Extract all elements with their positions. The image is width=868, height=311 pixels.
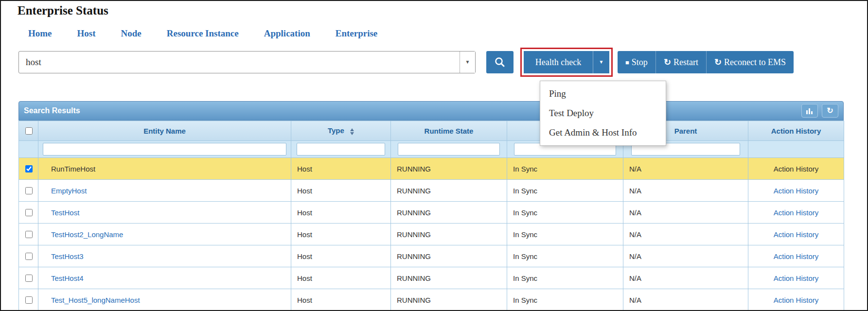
table-row[interactable]: Test_Host5_longNameHostHostRUNNINGIn Syn… bbox=[19, 289, 844, 311]
refresh-icon: ↻ bbox=[714, 58, 722, 67]
entity-name-cell: Test_Host5_longNameHost bbox=[38, 289, 291, 311]
entity-name-link[interactable]: RunTimeHost bbox=[51, 165, 95, 173]
select-all-checkbox[interactable] bbox=[25, 127, 33, 135]
action-history-link[interactable]: Action History bbox=[774, 187, 819, 195]
filter-type-input[interactable] bbox=[297, 143, 385, 156]
menu-item-ping[interactable]: Ping bbox=[540, 84, 666, 104]
table-row[interactable]: TestHost2_LongNameHostRUNNINGIn SyncN/AA… bbox=[19, 224, 844, 245]
action-history-link[interactable]: Action History bbox=[774, 165, 819, 173]
table-header-row: Entity Name Type Runtime State Sync Stat… bbox=[19, 121, 844, 141]
enterprise-status-page: Enterprise Status Home Host Node Resourc… bbox=[0, 0, 868, 311]
entity-name-cell: RunTimeHost bbox=[38, 158, 291, 180]
filter-row bbox=[19, 141, 844, 158]
restart-button[interactable]: ↻ Restart bbox=[655, 51, 706, 73]
entity-name-link[interactable]: TestHost2_LongName bbox=[51, 230, 123, 239]
stop-icon: ■ bbox=[625, 59, 629, 66]
entity-name-link[interactable]: TestHost bbox=[51, 208, 79, 217]
type-cell: Host bbox=[291, 224, 391, 245]
health-check-highlight-box: Health check ▼ bbox=[520, 48, 613, 77]
row-select-checkbox[interactable] bbox=[25, 253, 33, 260]
table-row[interactable]: TestHostHostRUNNINGIn SyncN/AAction Hist… bbox=[19, 202, 844, 224]
action-history-link[interactable]: Action History bbox=[774, 230, 819, 239]
row-select-checkbox[interactable] bbox=[25, 165, 33, 173]
parent-cell: N/A bbox=[623, 180, 748, 202]
runtime-state-cell: RUNNING bbox=[391, 245, 507, 267]
runtime-state-cell: RUNNING bbox=[391, 202, 507, 224]
nav-item-home[interactable]: Home bbox=[28, 28, 52, 39]
sort-icon[interactable] bbox=[350, 128, 354, 135]
action-history-cell: Action History bbox=[748, 202, 844, 224]
column-header-select bbox=[19, 121, 38, 141]
action-button-group: ■ Stop ↻ Restart ↻ Reconect to EMS bbox=[618, 51, 794, 73]
column-header-type[interactable]: Type bbox=[291, 121, 391, 141]
entity-name-link[interactable]: TestHost4 bbox=[51, 274, 84, 282]
runtime-state-cell: RUNNING bbox=[391, 289, 507, 311]
action-history-cell: Action History bbox=[748, 245, 844, 267]
type-cell: Host bbox=[291, 202, 391, 224]
action-history-cell: Action History bbox=[748, 158, 844, 180]
health-check-dropdown-menu: Ping Test Deploy Get Admin & Host Info bbox=[540, 81, 666, 146]
nav-item-application[interactable]: Application bbox=[264, 28, 310, 39]
action-history-link[interactable]: Action History bbox=[774, 252, 819, 260]
entity-name-cell: TestHost3 bbox=[38, 245, 291, 267]
health-check-split-button: Health check ▼ bbox=[524, 51, 609, 73]
sync-state-cell: In Sync bbox=[507, 245, 623, 267]
entity-name-link[interactable]: TestHost3 bbox=[51, 252, 84, 260]
table-row[interactable]: TestHost4HostRUNNINGIn SyncN/AAction His… bbox=[19, 267, 844, 289]
sync-state-cell: In Sync bbox=[507, 267, 623, 289]
row-select-checkbox[interactable] bbox=[25, 275, 33, 282]
column-chart-icon bbox=[806, 107, 814, 114]
action-history-link[interactable]: Action History bbox=[774, 274, 819, 282]
toggle-columns-button[interactable] bbox=[801, 104, 818, 118]
filter-select-cell bbox=[19, 141, 38, 158]
menu-item-get-admin-host-info[interactable]: Get Admin & Host Info bbox=[540, 123, 666, 142]
entity-name-link[interactable]: Test_Host5_longNameHost bbox=[51, 296, 140, 304]
table-row[interactable]: RunTimeHostHostRUNNINGIn SyncN/AAction H… bbox=[19, 158, 844, 180]
refresh-results-button[interactable]: ↻ bbox=[822, 104, 838, 118]
refresh-icon: ↻ bbox=[664, 58, 671, 67]
health-check-button[interactable]: Health check bbox=[524, 51, 593, 73]
search-dropdown-caret-button[interactable]: ▼ bbox=[460, 52, 475, 73]
entity-name-link[interactable]: EmptyHost bbox=[51, 187, 87, 195]
parent-cell: N/A bbox=[623, 245, 748, 267]
parent-cell: N/A bbox=[623, 224, 748, 245]
entity-name-cell: TestHost4 bbox=[38, 267, 291, 289]
menu-item-test-deploy[interactable]: Test Deploy bbox=[540, 104, 666, 123]
reconnect-to-ems-button[interactable]: ↻ Reconect to EMS bbox=[706, 51, 794, 73]
row-select-checkbox[interactable] bbox=[25, 231, 33, 238]
type-column-label: Type bbox=[328, 126, 344, 135]
toolbar: ▼ Health check ▼ ■ Stop ↻ bbox=[18, 48, 867, 77]
nav-item-enterprise[interactable]: Enterprise bbox=[336, 28, 378, 39]
row-select-cell bbox=[19, 224, 38, 245]
row-select-cell bbox=[19, 245, 38, 267]
sync-state-cell: In Sync bbox=[507, 180, 623, 202]
row-select-checkbox[interactable] bbox=[25, 296, 33, 304]
search-input[interactable] bbox=[19, 52, 460, 73]
results-header-icons: ↻ bbox=[801, 104, 838, 118]
stop-button[interactable]: ■ Stop bbox=[618, 51, 655, 73]
nav-item-resource-instance[interactable]: Resource Instance bbox=[167, 28, 239, 39]
column-header-entity-name[interactable]: Entity Name bbox=[38, 121, 291, 141]
column-header-runtime-state[interactable]: Runtime State bbox=[391, 121, 507, 141]
sync-state-cell: In Sync bbox=[507, 224, 623, 245]
nav-item-host[interactable]: Host bbox=[77, 28, 96, 39]
main-nav: Home Host Node Resource Instance Applica… bbox=[28, 28, 867, 39]
filter-entity-name-input[interactable] bbox=[43, 143, 287, 156]
table-row[interactable]: TestHost3HostRUNNINGIn SyncN/AAction His… bbox=[19, 245, 844, 267]
action-history-link[interactable]: Action History bbox=[774, 208, 819, 217]
type-cell: Host bbox=[291, 245, 391, 267]
search-button[interactable] bbox=[486, 51, 514, 73]
table-row[interactable]: EmptyHostHostRUNNINGIn SyncN/AAction His… bbox=[19, 180, 844, 202]
column-header-action-history: Action History bbox=[748, 121, 844, 141]
health-check-caret-button[interactable]: ▼ bbox=[593, 51, 609, 73]
entity-name-cell: EmptyHost bbox=[38, 180, 291, 202]
row-select-cell bbox=[19, 289, 38, 311]
row-select-checkbox[interactable] bbox=[25, 187, 33, 194]
row-select-checkbox[interactable] bbox=[25, 209, 33, 216]
parent-cell: N/A bbox=[623, 267, 748, 289]
results-table: Entity Name Type Runtime State Sync Stat… bbox=[18, 121, 844, 311]
nav-item-node[interactable]: Node bbox=[121, 28, 142, 39]
caret-down-icon: ▼ bbox=[465, 60, 470, 65]
filter-runtime-state-input[interactable] bbox=[398, 143, 499, 156]
action-history-link[interactable]: Action History bbox=[774, 296, 819, 304]
